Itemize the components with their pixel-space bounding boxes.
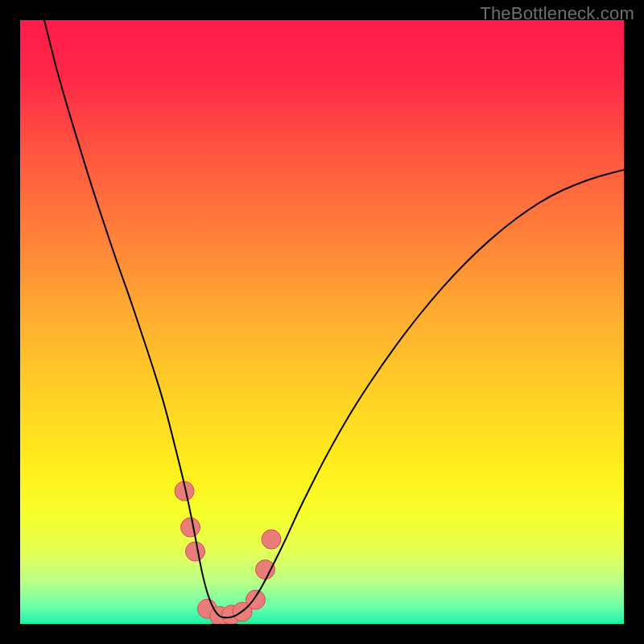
chart-svg xyxy=(20,20,624,624)
data-marker xyxy=(262,530,281,549)
data-marker xyxy=(256,560,275,580)
data-marker xyxy=(181,518,200,537)
gradient-background xyxy=(20,20,624,624)
data-marker xyxy=(186,542,205,561)
plot-area xyxy=(20,20,624,624)
chart-frame: TheBottleneck.com xyxy=(0,0,644,644)
